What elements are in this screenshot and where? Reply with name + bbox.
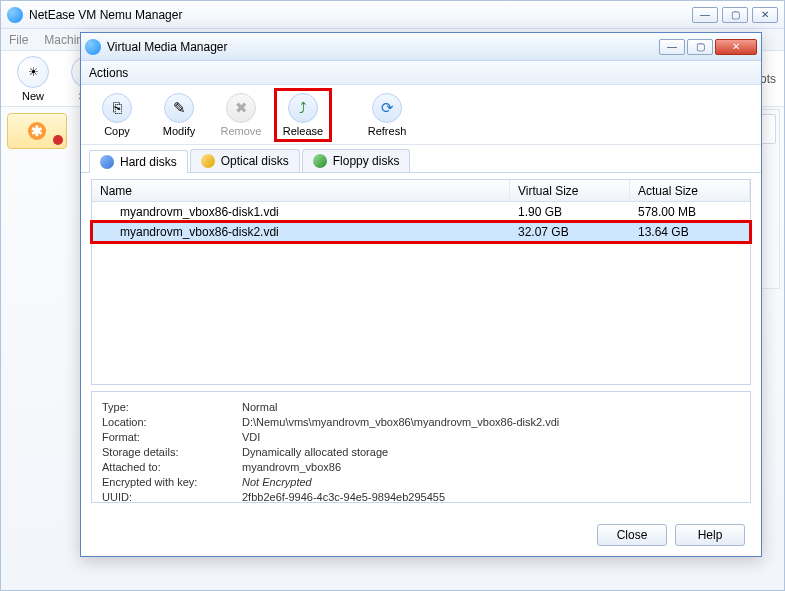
detail-format-value: VDI — [242, 430, 260, 445]
column-name[interactable]: Name — [92, 180, 510, 201]
detail-location-key: Location: — [102, 415, 242, 430]
sun-new-icon: ☀ — [17, 56, 49, 88]
app-logo-icon — [7, 7, 23, 23]
disk-details: Type:Normal Location:D:\Nemu\vms\myandro… — [91, 391, 751, 503]
optical-disk-icon — [201, 154, 215, 168]
vm-star-icon: ✱ — [28, 122, 46, 140]
detail-type-key: Type: — [102, 400, 242, 415]
media-tabs: Hard disks Optical disks Floppy disks — [81, 145, 761, 173]
cell-actual-size: 578.00 MB — [630, 203, 750, 221]
media-manager-dialog: Virtual Media Manager — ▢ ✕ Actions ⎘ Co… — [80, 32, 762, 557]
modify-icon: ✎ — [164, 93, 194, 123]
maximize-button[interactable]: ▢ — [722, 7, 748, 23]
cell-virtual-size: 1.90 GB — [510, 203, 630, 221]
dialog-maximize-button[interactable]: ▢ — [687, 39, 713, 55]
dialog-titlebar[interactable]: Virtual Media Manager — ▢ ✕ — [81, 33, 761, 61]
vm-list: ✱ — [7, 113, 67, 149]
dialog-close-button[interactable]: ✕ — [715, 39, 757, 55]
disk-table: Name Virtual Size Actual Size myandrovm_… — [91, 179, 751, 385]
table-row[interactable]: myandrovm_vbox86-disk2.vdi 32.07 GB 13.6… — [92, 222, 750, 242]
detail-location-value: D:\Nemu\vms\myandrovm_vbox86\myandrovm_v… — [242, 415, 559, 430]
cell-name: myandrovm_vbox86-disk2.vdi — [92, 223, 510, 241]
remove-icon: ✖ — [226, 93, 256, 123]
actions-menu[interactable]: Actions — [81, 61, 761, 85]
detail-uuid-key: UUID: — [102, 490, 242, 503]
modify-button[interactable]: ✎ Modify — [153, 91, 205, 139]
hard-disk-icon — [100, 155, 114, 169]
tab-hard-disks[interactable]: Hard disks — [89, 150, 188, 173]
copy-icon: ⎘ — [102, 93, 132, 123]
refresh-button[interactable]: ⟳ Refresh — [361, 91, 413, 139]
release-icon: ⤴ — [288, 93, 318, 123]
help-button[interactable]: Help — [675, 524, 745, 546]
release-button[interactable]: ⤴ Release — [277, 91, 329, 139]
detail-encrypted-key: Encrypted with key: — [102, 475, 242, 490]
detail-type-value: Normal — [242, 400, 277, 415]
table-row[interactable]: myandrovm_vbox86-disk1.vdi 1.90 GB 578.0… — [92, 202, 750, 222]
vm-list-item[interactable]: ✱ — [7, 113, 67, 149]
floppy-disk-icon — [313, 154, 327, 168]
detail-storage-key: Storage details: — [102, 445, 242, 460]
dialog-toolbar: ⎘ Copy ✎ Modify ✖ Remove ⤴ Release ⟳ Ref… — [81, 85, 761, 145]
actions-label: Actions — [89, 66, 128, 80]
close-button[interactable]: Close — [597, 524, 667, 546]
column-actual-size[interactable]: Actual Size — [630, 180, 750, 201]
dialog-minimize-button[interactable]: — — [659, 39, 685, 55]
detail-format-key: Format: — [102, 430, 242, 445]
tab-optical-disks[interactable]: Optical disks — [190, 149, 300, 172]
table-header: Name Virtual Size Actual Size — [92, 180, 750, 202]
refresh-icon: ⟳ — [372, 93, 402, 123]
tab-floppy-disks[interactable]: Floppy disks — [302, 149, 411, 172]
detail-storage-value: Dynamically allocated storage — [242, 445, 388, 460]
cell-actual-size: 13.64 GB — [630, 223, 750, 241]
detail-encrypted-value: Not Encrypted — [242, 475, 312, 490]
minimize-button[interactable]: — — [692, 7, 718, 23]
detail-attached-key: Attached to: — [102, 460, 242, 475]
remove-button: ✖ Remove — [215, 91, 267, 139]
vm-status-dot-icon — [53, 135, 63, 145]
detail-attached-value: myandrovm_vbox86 — [242, 460, 341, 475]
close-button[interactable]: ✕ — [752, 7, 778, 23]
main-window-title: NetEase VM Nemu Manager — [29, 8, 182, 22]
cell-virtual-size: 32.07 GB — [510, 223, 630, 241]
toolbar-new-button[interactable]: ☀ New — [9, 56, 57, 102]
column-virtual-size[interactable]: Virtual Size — [510, 180, 630, 201]
menu-file[interactable]: File — [9, 33, 28, 47]
copy-button[interactable]: ⎘ Copy — [91, 91, 143, 139]
main-titlebar[interactable]: NetEase VM Nemu Manager — ▢ ✕ — [1, 1, 784, 29]
dialog-title: Virtual Media Manager — [107, 40, 228, 54]
dialog-app-icon — [85, 39, 101, 55]
cell-name: myandrovm_vbox86-disk1.vdi — [92, 203, 510, 221]
detail-uuid-value: 2fbb2e6f-9946-4c3c-94e5-9894eb295455 — [242, 490, 445, 503]
